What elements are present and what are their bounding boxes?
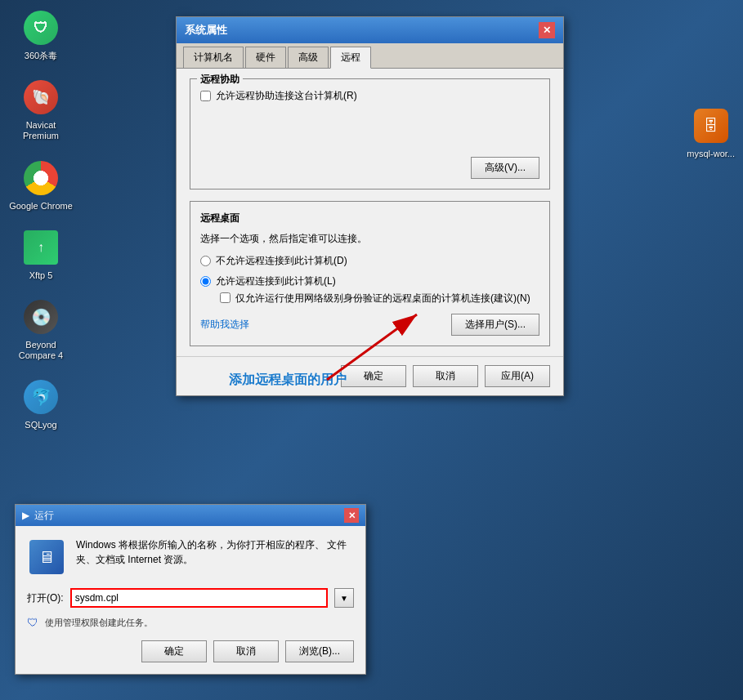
run-icon: 🖥 [29, 540, 64, 574]
run-dialog: ▶ 运行 ✕ 🖥 Windows 将根据你所输入的名称，为你打开相应的程序、 文… [15, 504, 366, 675]
navicat-icon: 🐚 [21, 78, 60, 117]
run-browse-row: 🛡 使用管理权限创建此任务。 [27, 616, 354, 629]
icon-360-label: 360杀毒 [25, 51, 57, 61]
icon-mysql-workbench[interactable]: 🗄 mysql-wor... [687, 106, 735, 158]
help-link[interactable]: 帮助我选择 [200, 318, 249, 332]
sqlyog-icon: 🐬 [21, 377, 60, 417]
radio-allow-remote-label: 允许远程连接到此计算机(L) [216, 274, 336, 288]
nla-checkbox-row: 仅允许运行使用网络级别身份验证的远程桌面的计算机连接(建议)(N) [220, 292, 539, 305]
radio-no-remote[interactable] [200, 256, 211, 266]
advanced-button[interactable]: 高级(V)... [471, 157, 539, 179]
radio-allow-remote[interactable] [200, 276, 211, 287]
icon-beyond-label: Beyond Compare 4 [8, 340, 74, 361]
sys-dialog-content: 远程协助 允许远程协助连接这台计算机(R) 高级(V)... 远程桌面 选择一个… [177, 69, 563, 356]
sys-dialog-title: 系统属性 [185, 23, 227, 38]
icon-mysql-label: mysql-wor... [687, 149, 735, 158]
run-input-row: 打开(O): ▼ [27, 588, 354, 608]
remote-assist-label: 远程协助 [197, 73, 243, 87]
icon-sqlyog-label: SQLyog [25, 420, 56, 430]
radio-no-remote-row: 不允许远程连接到此计算机(D) [200, 254, 539, 268]
desktop: 🛡 360杀毒 🐚 Navicat Premium Google Chrome … [0, 0, 743, 700]
run-input-field[interactable] [70, 588, 328, 608]
remote-desktop-section: 远程桌面 选择一个选项，然后指定谁可以连接。 不允许远程连接到此计算机(D) 允… [190, 201, 550, 346]
run-description: Windows 将根据你所输入的名称，为你打开相应的程序、 文件夹、文档或 In… [76, 537, 354, 577]
sys-dialog-tabs: 计算机名 硬件 高级 远程 [177, 43, 563, 69]
nla-checkbox-label: 仅允许运行使用网络级别身份验证的远程桌面的计算机连接(建议)(N) [235, 292, 530, 305]
nla-checkbox[interactable] [220, 292, 231, 303]
run-icon-container: 🖥 [27, 537, 66, 577]
run-dialog-content: 🖥 Windows 将根据你所输入的名称，为你打开相应的程序、 文件夹、文档或 … [16, 526, 365, 674]
cancel-button[interactable]: 取消 [413, 365, 478, 387]
sys-dialog-titlebar: 系统属性 ✕ [177, 17, 563, 43]
system-properties-dialog: 系统属性 ✕ 计算机名 硬件 高级 远程 远程协助 允许远程协助连接这台计算机(… [176, 16, 564, 396]
tab-advanced[interactable]: 高级 [288, 47, 329, 68]
run-dialog-titlebar-left: ▶ 运行 [22, 509, 54, 523]
icon-xftp-label: Xftp 5 [29, 270, 53, 281]
mysql-workbench-icon: 🗄 [692, 106, 731, 145]
remote-assist-checkbox-label: 允许远程协助连接这台计算机(R) [216, 89, 357, 103]
icon-beyond-compare[interactable]: 💿 Beyond Compare 4 [8, 297, 74, 361]
run-dialog-title: 运行 [34, 509, 54, 523]
run-dialog-title-icon: ▶ [22, 510, 29, 521]
remote-desktop-title: 远程桌面 [200, 212, 539, 225]
remote-desktop-desc: 选择一个选项，然后指定谁可以连接。 [200, 232, 539, 246]
icon-chrome-label: Google Chrome [9, 201, 73, 212]
run-dialog-close-button[interactable]: ✕ [344, 508, 359, 523]
radio-allow-remote-row: 允许远程连接到此计算机(L) [200, 274, 539, 288]
run-dropdown-button[interactable]: ▼ [334, 588, 354, 608]
apply-button[interactable]: 应用(A) [485, 365, 550, 387]
advanced-btn-row: 高级(V)... [200, 157, 539, 179]
remote-assist-section: 远程协助 允许远程协助连接这台计算机(R) 高级(V)... [190, 78, 550, 189]
icon-xftp[interactable]: ↑ Xftp 5 [8, 228, 74, 281]
run-open-label: 打开(O): [27, 591, 64, 605]
sys-dialog-close-button[interactable]: ✕ [539, 22, 555, 38]
icon-360-杀毒[interactable]: 🛡 360杀毒 [8, 8, 74, 61]
select-users-button[interactable]: 选择用户(S)... [451, 314, 539, 336]
run-footer: 确定 取消 浏览(B)... [27, 640, 354, 662]
icon-navicat-label: Navicat Premium [8, 120, 74, 141]
xftp-icon: ↑ [21, 228, 60, 267]
run-cancel-button[interactable]: 取消 [213, 640, 279, 662]
icon-sqlyog[interactable]: 🐬 SQLyog [8, 377, 74, 430]
icon-chrome[interactable]: Google Chrome [8, 158, 74, 212]
radio-no-remote-label: 不允许远程连接到此计算机(D) [216, 254, 347, 268]
run-shield-icon: 🛡 [27, 616, 38, 629]
run-browse-text: 使用管理权限创建此任务。 [45, 617, 153, 629]
remote-desktop-bottom-row: 帮助我选择 选择用户(S)... [200, 314, 539, 336]
tab-hardware[interactable]: 硬件 [245, 47, 286, 68]
icon-navicat[interactable]: 🐚 Navicat Premium [8, 78, 74, 141]
remote-assist-checkbox-row: 允许远程协助连接这台计算机(R) [200, 89, 539, 103]
remote-assist-checkbox[interactable] [200, 91, 211, 101]
run-dialog-titlebar: ▶ 运行 ✕ [16, 505, 365, 526]
run-ok-button[interactable]: 确定 [141, 640, 207, 662]
tab-remote[interactable]: 远程 [330, 47, 371, 69]
sys-dialog-footer: 确定 取消 应用(A) [177, 356, 563, 395]
run-browse-button[interactable]: 浏览(B)... [285, 640, 354, 662]
360-icon: 🛡 [21, 8, 60, 47]
beyond-compare-icon: 💿 [21, 297, 60, 337]
tab-computer-name[interactable]: 计算机名 [183, 47, 244, 68]
chrome-icon [21, 158, 60, 198]
ok-button[interactable]: 确定 [341, 365, 406, 387]
run-main-row: 🖥 Windows 将根据你所输入的名称，为你打开相应的程序、 文件夹、文档或 … [27, 537, 354, 577]
